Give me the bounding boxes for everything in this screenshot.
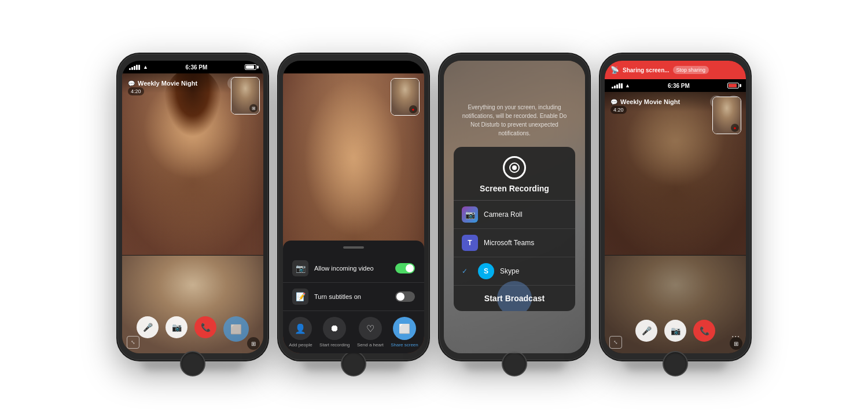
expand-button-1[interactable]: ⤡ (127, 336, 139, 349)
bar-4-2 (614, 86, 616, 88)
camera-roll-icon: 📷 (462, 206, 478, 223)
stop-sharing-button[interactable]: Stop sharing (673, 66, 709, 74)
home-button-2[interactable] (341, 351, 366, 376)
bar-4-3 (616, 84, 618, 88)
call-name-1: Weekly Movie Night (138, 80, 197, 87)
home-button-4[interactable] (663, 351, 688, 376)
call-timer-1: 4:20 (128, 87, 144, 95)
status-time-1: 6:36 PM (186, 64, 208, 71)
video-option-label: Allow incoming video (314, 265, 374, 272)
call-controls-4: 🎤 📷 📞 (605, 320, 746, 342)
start-recording-action[interactable]: ⏺ Start recording (319, 317, 350, 348)
expand-button-4[interactable]: ⤡ (609, 336, 622, 349)
start-broadcast-label: Start Broadcast (484, 294, 545, 303)
ms-teams-label: Microsoft Teams (484, 239, 534, 247)
hangup-button-1[interactable]: 📞 (194, 316, 216, 338)
carrier-wifi: ▲ (143, 64, 148, 70)
battery-icon-4 (727, 83, 739, 88)
self-video-1: ⊞ (231, 77, 260, 114)
video-option-icon: 📷 (292, 260, 308, 276)
bar-4-4 (619, 83, 620, 88)
phone-1: ▲ 6:36 PM (117, 54, 268, 360)
video-button-4[interactable]: 📷 (664, 320, 686, 342)
start-recording-icon: ⏺ (323, 317, 346, 340)
signal-bars (129, 64, 140, 70)
wifi-4: ▲ (625, 83, 630, 88)
sheet-option-subtitles[interactable]: 📝 Turn subtitles on (283, 283, 424, 311)
phone-2: ● 📷 Allow incoming video 📝 Turn subtitle… (278, 54, 429, 360)
add-people-action[interactable]: 👤 Add people (289, 317, 312, 348)
battery-fill-1 (246, 65, 254, 69)
sheet-option-video[interactable]: 📷 Allow incoming video (283, 254, 424, 283)
skype-icon: S (478, 263, 494, 279)
sheet-actions-2: 👤 Add people ⏺ Start recording ♡ Send a … (283, 311, 424, 353)
mute-button-4[interactable]: 🎤 (635, 320, 657, 342)
add-people-icon: 👤 (289, 317, 312, 340)
share-screen-button-1[interactable]: ⬜ (223, 316, 249, 342)
bottom-sheet-2: 📷 Allow incoming video 📝 Turn subtitles … (283, 241, 424, 353)
ms-teams-icon: T (462, 235, 478, 251)
video-button-1[interactable]: 📷 (165, 316, 187, 338)
mute-button-1[interactable]: 🎤 (137, 316, 159, 338)
subtitles-option-icon: 📝 (292, 289, 308, 305)
send-heart-label: Send a heart (357, 342, 384, 348)
record-picker: Screen Recording 📷 Camera Roll T (454, 147, 575, 311)
record-title: Screen Recording (480, 184, 549, 193)
battery-fill-4 (729, 84, 737, 87)
phone-4-content: 💬 Weekly Movie Night ⊞ 🔊 4:20 (605, 92, 746, 353)
chat-icon-4: 💬 (610, 99, 617, 105)
share-screen-action[interactable]: ⬜ Share screen (391, 317, 418, 348)
screen-record-overlay: Everything on your screen, including not… (444, 61, 585, 353)
send-heart-action[interactable]: ♡ Send a heart (357, 317, 384, 348)
sharing-icon: 📡 (610, 66, 619, 74)
sheet-handle-2 (343, 246, 364, 249)
home-button-1[interactable] (180, 351, 205, 376)
record-hint: Everything on your screen, including not… (444, 103, 585, 138)
share-screen-icon: ⬜ (393, 317, 416, 340)
record-dot-inner (512, 165, 517, 170)
battery-4 (727, 83, 739, 88)
call-timer-4: 4:20 (610, 106, 627, 114)
sharing-title: Sharing screen... (623, 67, 670, 73)
record-circle-icon (503, 156, 526, 179)
camera-icon: 📷 (465, 210, 475, 219)
chat-icon: 💬 (128, 80, 135, 87)
status-bar-2 (283, 61, 424, 73)
video-toggle[interactable] (395, 263, 415, 273)
phone-1-screen: ▲ 6:36 PM (122, 61, 263, 353)
bar-3 (134, 66, 135, 70)
call-name-4: Weekly Movie Night (620, 98, 680, 105)
bar-2 (131, 67, 133, 70)
start-broadcast-button[interactable]: Start Broadcast (454, 286, 575, 311)
phones-container: ▲ 6:36 PM (106, 42, 762, 372)
skype-checkmark: ✓ (462, 267, 468, 275)
bar-5 (138, 65, 140, 70)
phone-2-screen: ● 📷 Allow incoming video 📝 Turn subtitle… (283, 61, 424, 353)
record-option-ms-teams[interactable]: T Microsoft Teams (454, 229, 575, 257)
start-recording-label: Start recording (319, 342, 350, 348)
sharing-banner: 📡 Sharing screen... Stop sharing (605, 61, 746, 79)
self-video-2: ● (391, 78, 420, 116)
camera-roll-label: Camera Roll (484, 210, 523, 219)
record-dot (509, 162, 520, 173)
hangup-button-4[interactable]: 📞 (693, 320, 715, 342)
phone-3-screen: Everything on your screen, including not… (444, 61, 585, 353)
sharing-text-group: Sharing screen... (623, 67, 670, 73)
call-controls-1: 🎤 📷 📞 ⬜ (122, 316, 263, 342)
add-people-label: Add people (289, 342, 312, 348)
self-mute-icon: ⊞ (249, 104, 258, 112)
remote-video-4: ● (605, 92, 746, 255)
self-rec-icon: ● (409, 105, 417, 113)
rec-icon-4: ● (731, 124, 739, 132)
teams-icon-label: T (468, 239, 472, 247)
home-button-3[interactable] (502, 351, 527, 376)
record-option-camera-roll[interactable]: 📷 Camera Roll (454, 201, 575, 229)
send-heart-icon: ♡ (359, 317, 382, 340)
signal-indicator: ▲ (129, 64, 148, 70)
bar-4 (136, 65, 138, 70)
subtitles-toggle[interactable] (395, 291, 415, 302)
remote-video: 💬 Weekly Movie Night ⊞ 🔊 4:20 ⊞ (122, 73, 263, 255)
more-options-button[interactable]: ··· (731, 331, 740, 341)
battery-1 (245, 64, 256, 70)
phone-4-screen: 📡 Sharing screen... Stop sharing ▲ (605, 61, 746, 353)
